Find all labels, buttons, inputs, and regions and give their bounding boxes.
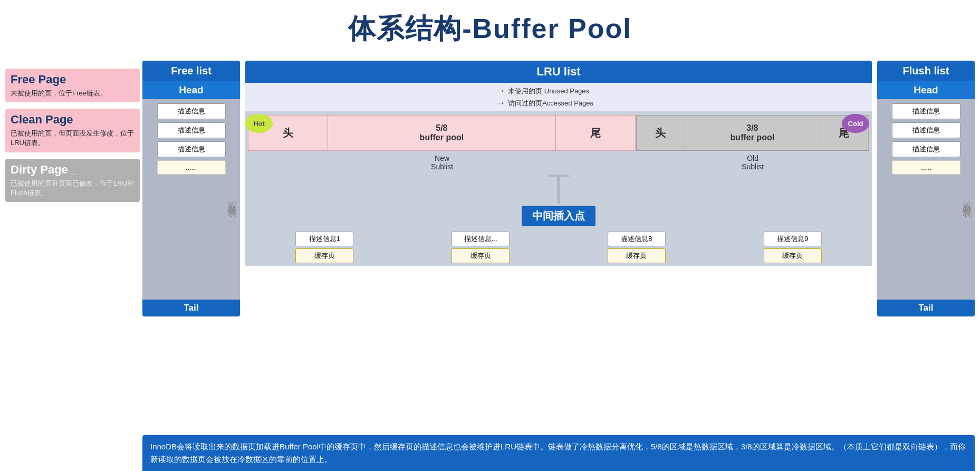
lru-header: LRU list (245, 61, 872, 83)
flush-list-head: Head (877, 81, 975, 99)
bottom-info-text: InnoDB会将读取出来的数据页加载进Buffer Pool中的缓存页中，然后缓… (150, 442, 966, 464)
legend-free-desc: 未被使用的页，位于Free链表。 (11, 89, 134, 98)
unused-arrow-row: → 未使用的页 Unused Pages (496, 85, 867, 97)
lru-cache-box-3: 缓存页 (608, 248, 666, 263)
lru-cache-box-2: 缓存页 (451, 248, 510, 263)
lru-desc-item-4: 描述信息9 缓存页 (764, 232, 822, 263)
free-list-column: Free list Head 描述信息 描述信息 描述信息 ...... 双向链… (142, 61, 240, 316)
lru-cache-box-1: 缓存页 (295, 248, 353, 263)
free-desc-1: 描述信息 (157, 103, 226, 119)
flush-desc-2: 描述信息 (892, 122, 960, 138)
unused-label: 未使用的页 Unused Pages (508, 86, 589, 96)
pool-old: 头 3/8 buffer pool 尾 (636, 115, 869, 151)
lru-desc-item-2: 描述信息... 缓存页 (451, 232, 510, 263)
diagram-area: Free list Head 描述信息 描述信息 描述信息 ...... 双向链… (142, 61, 975, 387)
legend-clean-page: Clean Page 已被使用的页，但页面没发生修改，位于LRU链表。 (5, 109, 140, 152)
flush-list-body: 描述信息 描述信息 描述信息 ...... 双向链表 (877, 99, 975, 300)
free-bidir-label: 双向链表 (227, 195, 239, 204)
legend-free-title: Free Page (11, 73, 134, 86)
free-list-tail: Tail (142, 300, 240, 316)
flush-list-header: Flush list (877, 61, 975, 81)
old-pool-label: 3/8 buffer pool (685, 116, 820, 150)
flush-list-column: Flush list Head 描述信息 描述信息 描述信息 ...... 双向… (877, 61, 975, 316)
free-desc-3: 描述信息 (157, 141, 226, 157)
lru-arrows: → 未使用的页 Unused Pages → 访问过的页Accessed Pag… (245, 83, 872, 111)
legend-clean-title: Clean Page (11, 113, 134, 127)
lru-desc-box-2: 描述信息... (451, 232, 510, 246)
lru-cache-box-4: 缓存页 (764, 248, 822, 263)
lru-pools: 头 5/8 buffer pool 尾 头 3/8 buffer pool (248, 115, 869, 151)
old-head-char: 头 (637, 116, 685, 150)
flush-bidir-label: 双向链表 (962, 195, 974, 204)
lru-desc-box-3: 描述信息8 (608, 232, 666, 246)
free-list-header: Free list (142, 61, 240, 81)
unused-arrow-icon: → (496, 85, 505, 97)
flush-list-tail: Tail (877, 300, 975, 316)
legend-dirty-desc: 已被使用的页且页面已修改，位于LRU和Flush链表。 (11, 179, 134, 198)
lru-desc-box-4: 描述信息9 (764, 232, 822, 246)
accessed-label: 访问过的页Accessed Pages (508, 99, 593, 108)
old-sublist-label: OldSublist (636, 153, 869, 172)
legend-area: Free Page 未被使用的页，位于Free链表。 Clean Page 已被… (5, 69, 140, 208)
lru-desc-row: 描述信息1 缓存页 描述信息... 缓存页 描述信息8 缓存页 描述信息9 缓存… (248, 232, 869, 263)
free-list-body: 描述信息 描述信息 描述信息 ...... 双向链表 (142, 99, 240, 300)
new-pool-label: 5/8 buffer pool (328, 116, 555, 150)
midpoint-label: 中间插入点 (522, 206, 595, 226)
legend-dirty-page: Dirty Page _ 已被使用的页且页面已修改，位于LRU和Flush链表。 (5, 159, 140, 202)
legend-free-page: Free Page 未被使用的页，位于Free链表。 (5, 69, 140, 102)
midpoint-arrow-svg (545, 175, 572, 204)
midpoint-area: 中间插入点 (248, 175, 869, 226)
cold-bubble: Cold (842, 114, 869, 133)
pool-new: 头 5/8 buffer pool 尾 (248, 115, 636, 151)
free-dotted: ...... (157, 160, 226, 175)
legend-dirty-title: Dirty Page _ (11, 163, 134, 177)
new-tail-char: 尾 (556, 116, 636, 150)
lru-desc-box-1: 描述信息1 (295, 232, 353, 246)
flush-dotted: ...... (892, 160, 960, 175)
page-title: 体系结构-Buffer Pool (11, 5, 969, 55)
lru-desc-item-1: 描述信息1 缓存页 (295, 232, 353, 263)
lru-area: LRU list → 未使用的页 Unused Pages → 访问过的页Acc… (245, 61, 872, 266)
accessed-arrow-icon: → (496, 98, 505, 109)
sublist-labels: NewSublist OldSublist (248, 153, 869, 172)
page-wrapper: 体系结构-Buffer Pool Free Page 未被使用的页，位于Free… (0, 0, 980, 471)
bottom-info: InnoDB会将读取出来的数据页加载进Buffer Pool中的缓存页中，然后缓… (142, 435, 975, 471)
legend-clean-desc: 已被使用的页，但页面没发生修改，位于LRU链表。 (11, 129, 134, 148)
free-desc-2: 描述信息 (157, 122, 226, 138)
free-list-head: Head (142, 81, 240, 99)
flush-desc-3: 描述信息 (892, 141, 960, 157)
lru-desc-item-3: 描述信息8 缓存页 (608, 232, 666, 263)
flush-desc-1: 描述信息 (892, 103, 960, 119)
hot-bubble: Hot (245, 114, 273, 133)
new-sublist-label: NewSublist (248, 153, 636, 172)
lru-body: Hot Cold 头 5/8 buffer pool 尾 (245, 111, 872, 266)
midpoint-arrow-container (248, 175, 869, 204)
accessed-arrow-row: → 访问过的页Accessed Pages (496, 98, 867, 109)
